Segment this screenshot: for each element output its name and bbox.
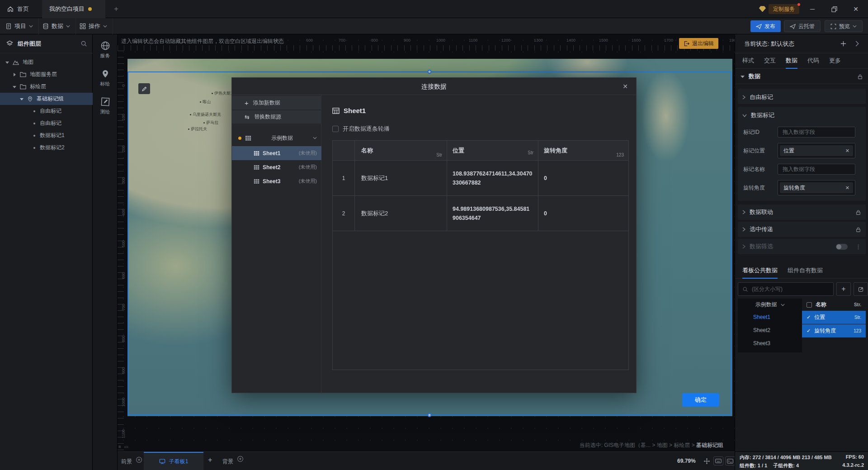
field-search-input[interactable] (752, 286, 824, 292)
browser-field-header[interactable]: 名称 Str. (802, 299, 866, 311)
section-label: 选中传递 (750, 225, 773, 233)
data-mark-group-header[interactable]: 数据标记 (738, 107, 866, 124)
search-icon[interactable] (80, 40, 87, 47)
menu-project[interactable]: 项目 (0, 18, 39, 34)
tab-style[interactable]: 样式 (742, 53, 754, 69)
table-row[interactable]: 2 数据标记2 94.98913680987536,35.84581906354… (333, 196, 628, 231)
tool-service-label: 服务 (93, 52, 118, 59)
notification-dot (797, 3, 800, 6)
section-selection-passing[interactable]: 选中传递 (738, 222, 866, 237)
column-header-name[interactable]: 名称Str (355, 141, 447, 160)
data-section-header[interactable]: 数据 (735, 69, 868, 84)
tab-code[interactable]: 代码 (807, 53, 819, 69)
datasource-item[interactable]: 示例数据 (232, 131, 321, 145)
map-edit-button[interactable] (138, 83, 150, 94)
tree-item-free-mark-1[interactable]: 自由标记 (0, 105, 93, 117)
tool-measure[interactable]: 测绘 (93, 97, 118, 115)
tree-item-label: 标绘层 (30, 83, 46, 90)
add-foreground-icon[interactable] (136, 456, 142, 463)
sheet-status: (未使用) (299, 164, 317, 171)
tab-component-own-data[interactable]: 组件自有数据 (788, 263, 823, 279)
tree-item-free-mark-2[interactable]: 自由标记 (0, 117, 93, 129)
remove-chip-icon[interactable]: ✕ (845, 148, 849, 154)
lock-icon[interactable] (855, 227, 861, 233)
preview-button[interactable]: 预览 (825, 20, 863, 32)
dialog-close-button[interactable]: ✕ (621, 82, 630, 91)
kebab-menu-icon[interactable]: ⋮ (855, 243, 861, 250)
resize-handle-top[interactable] (428, 70, 432, 74)
menu-actions[interactable]: 操作 (74, 18, 113, 34)
keyboard-shortcuts-icon[interactable] (713, 456, 723, 465)
browser-source-selector[interactable]: 示例数据 (738, 299, 802, 311)
section-data-filter[interactable]: 数据筛选 ⋮ (738, 239, 866, 254)
tree-item-plot-layer[interactable]: 标绘层 (0, 81, 93, 93)
custom-service-badge[interactable]: 定制服务 (769, 4, 799, 14)
tab-more[interactable]: 更多 (829, 53, 841, 69)
cloud-host-button[interactable]: 云托管 (784, 20, 821, 32)
remove-chip-icon[interactable]: ✕ (845, 185, 849, 191)
tree-item-label: 地图 (23, 58, 33, 66)
tab-home[interactable]: 首页 (0, 0, 36, 18)
add-background-icon[interactable] (237, 456, 244, 462)
tab-data[interactable]: 数据 (786, 53, 797, 69)
select-all-checkbox[interactable] (807, 302, 812, 308)
mark-position-dropzone[interactable]: 位置✕ (778, 143, 855, 158)
tool-plot[interactable]: 标绘 (93, 69, 118, 87)
browser-sheet-2[interactable]: Sheet2 (738, 324, 802, 337)
table-row[interactable]: 1 数据标记1 108.93877624714611,34.3047033066… (333, 161, 628, 196)
collapse-arrow-icon (742, 244, 745, 249)
exit-edit-button[interactable]: 退出编辑 (679, 38, 718, 49)
browser-sheet-3[interactable]: Sheet3 (738, 337, 802, 350)
publish-button[interactable]: 发布 (750, 20, 781, 32)
carousel-checkbox[interactable] (332, 126, 339, 132)
subboard-tab[interactable]: 子看板1 (144, 452, 203, 470)
tree-item-map[interactable]: 地图 (0, 56, 93, 68)
tool-service[interactable]: 服务 (93, 41, 118, 59)
add-new-data-button[interactable]: + 添加新数据 (232, 96, 321, 109)
free-mark-group[interactable]: 自由标记 (738, 89, 866, 104)
browser-field-angle[interactable]: ✓ 旋转角度 123 (802, 324, 866, 337)
mark-name-dropzone[interactable]: 拖入数据字段 (778, 164, 855, 175)
tree-item-map-service-layer[interactable]: 地图服务层 (0, 68, 93, 81)
new-tab-button[interactable]: + (111, 4, 121, 14)
lock-icon[interactable] (857, 74, 863, 80)
menu-data[interactable]: 数据 (37, 18, 76, 34)
section-data-linkage[interactable]: 数据联动 (738, 204, 866, 220)
zoom-level[interactable]: 69.79% (677, 458, 696, 464)
lock-icon[interactable] (855, 209, 861, 215)
background-tab[interactable]: 背景 (222, 458, 233, 465)
sheet-item-2[interactable]: Sheet2 (未使用) (232, 160, 321, 174)
minimize-button[interactable]: ─ (802, 0, 823, 18)
data-section-label: 数据 (749, 72, 760, 81)
tab-project[interactable]: 我的空白项目 (42, 0, 105, 18)
tree-item-basic-mark-group[interactable]: 基础标记组 (0, 93, 93, 105)
mark-id-dropzone[interactable]: 拖入数据字段 (778, 127, 855, 138)
resize-handle-bottom[interactable] (428, 413, 432, 417)
fit-view-icon[interactable] (702, 456, 712, 465)
maximize-button[interactable] (824, 0, 844, 18)
tree-item-data-mark-1[interactable]: 数据标记1 (0, 129, 93, 142)
column-header-position[interactable]: 位置Str (447, 141, 538, 160)
foreground-tab[interactable]: 前景 (121, 458, 132, 465)
browser-field-position[interactable]: ✓ 位置 Str. (802, 311, 866, 324)
sheet-item-1[interactable]: Sheet1 (未使用) (232, 146, 321, 160)
tree-item-data-mark-2[interactable]: 数据标记2 (0, 142, 93, 154)
sheet-item-3[interactable]: Sheet3 (未使用) (232, 174, 321, 188)
chevron-right-icon[interactable] (855, 41, 859, 47)
add-board-button[interactable]: + (208, 456, 212, 464)
tab-interaction[interactable]: 交互 (764, 53, 776, 69)
replace-datasource-button[interactable]: ⇆ 替换数据源 (232, 110, 321, 123)
column-header-angle[interactable]: 旋转角度123 (538, 141, 628, 160)
data-filter-toggle[interactable] (836, 244, 848, 250)
rotate-angle-dropzone[interactable]: 旋转角度✕ (778, 180, 855, 195)
confirm-button[interactable]: 确定 (682, 393, 719, 407)
tab-board-shared-data[interactable]: 看板公共数据 (742, 263, 778, 279)
console-icon[interactable] (725, 456, 735, 465)
field-search-box[interactable] (738, 282, 834, 296)
add-state-icon[interactable] (840, 40, 847, 47)
close-button[interactable]: ✕ (845, 0, 866, 18)
database-icon (42, 23, 49, 29)
edit-fields-button[interactable] (854, 282, 868, 296)
browser-sheet-1[interactable]: Sheet1 (738, 311, 802, 324)
add-field-button[interactable]: + (836, 282, 851, 296)
